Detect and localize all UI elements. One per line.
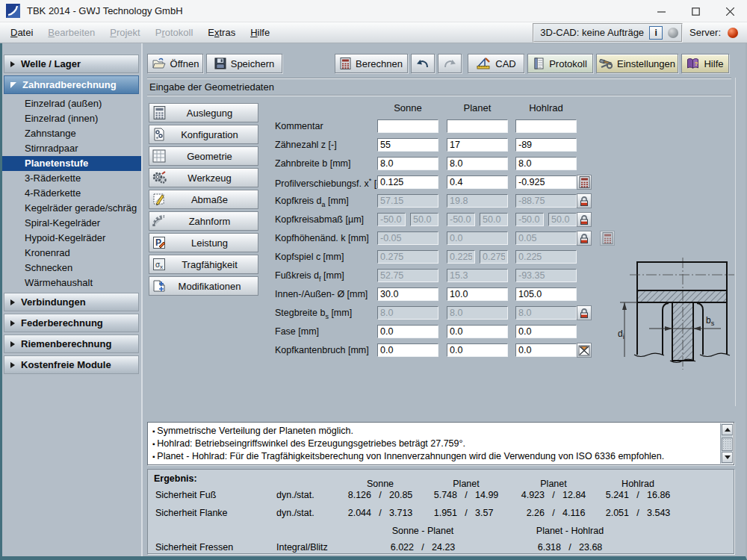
sidebar-item-stirnradpaar[interactable]: Stirnradpaar	[2, 141, 141, 156]
nav-abmase-button[interactable]: Abmaße	[149, 190, 258, 209]
undo-button[interactable]	[411, 54, 435, 73]
lock-button[interactable]	[577, 231, 592, 246]
field-kopfspiel-c-mm-planet-0	[447, 250, 475, 264]
sidebar-section-welle-lager[interactable]: Welle / Lager	[4, 55, 139, 73]
field-zahnezahl-z-sonne[interactable]	[377, 138, 438, 152]
field-zahnezahl-z-planet[interactable]	[447, 138, 508, 152]
gear-tooth-icon	[152, 214, 166, 228]
row-label-zahnbreite-b-mm: Zahnbreite b [mm]	[275, 158, 350, 169]
nav-geometrie-button[interactable]: Geometrie	[149, 146, 258, 166]
field-fase-mm-hohlrad[interactable]	[515, 325, 577, 338]
gear-cross-section-drawing: di bs	[616, 256, 742, 374]
calculator-button[interactable]	[577, 175, 592, 190]
chamfer-button[interactable]	[577, 343, 592, 358]
field-profilverschiebungsf-x-sonne[interactable]	[377, 175, 438, 189]
field-zahnezahl-z-hohlrad[interactable]	[515, 138, 577, 152]
field-kopfkantenbruch-mm-hohlrad[interactable]	[515, 343, 577, 357]
menu-item-datei[interactable]: Datei	[3, 26, 40, 39]
field-kopfkantenbruch-mm-planet[interactable]	[447, 343, 508, 357]
column-header-hohlrad: Hohlrad	[515, 102, 577, 113]
nav-zahnform-button[interactable]: Zahnform	[149, 211, 258, 231]
sidebar-item-kegelrader-gerade-schrag[interactable]: Kegelräder gerade/schräg	[2, 201, 141, 216]
calculator-icon	[579, 176, 590, 188]
protocol-button[interactable]: Protokoll	[527, 54, 593, 73]
field-profilverschiebungsf-x-planet[interactable]	[447, 175, 508, 189]
save-button[interactable]: Speichern	[206, 54, 282, 73]
folder-open-icon	[152, 57, 166, 69]
open-button[interactable]: Öffnen	[147, 54, 203, 73]
menu-item-bearbeiten: Bearbeiten	[40, 26, 102, 39]
field-stegbreite-b-sonne	[377, 306, 438, 320]
nav-tragfahigkeit-button[interactable]: σxTragfähigkeit	[149, 255, 258, 274]
results-pair-header: Sonne - Planet	[392, 526, 454, 536]
sidebar-item-4-raderkette[interactable]: 4-Räderkette	[2, 186, 141, 201]
nav-konfiguration-button[interactable]: Konfiguration	[149, 125, 258, 144]
sidebar-item-3-raderkette[interactable]: 3-Räderkette	[2, 171, 141, 186]
sidebar-item-hypoid-kegelrader[interactable]: Hypoid-Kegelräder	[2, 231, 141, 246]
scrollbar-down-button[interactable]	[722, 452, 733, 463]
field-kommentar-hohlrad[interactable]	[515, 119, 577, 133]
sidebar-item-zahnstange[interactable]: Zahnstange	[2, 126, 141, 141]
sidebar-section-federberechnung[interactable]: Federberechnung	[4, 314, 139, 332]
nav-leistung-button[interactable]: PLeistung	[149, 233, 258, 252]
server-led	[728, 28, 738, 38]
field-fuskreis-d-hohlrad	[515, 269, 577, 282]
field-zahnbreite-b-mm-hohlrad[interactable]	[515, 157, 577, 170]
power-icon: P	[152, 236, 166, 249]
field-zahnbreite-b-mm-sonne[interactable]	[377, 157, 438, 170]
minimize-button[interactable]	[644, 0, 678, 22]
sidebar-item-einzelrad-innen[interactable]: Einzelrad (innen)	[2, 111, 141, 126]
scrollbar-thumb[interactable]	[722, 438, 733, 451]
sidebar-section-riemenberechnung[interactable]: Riemenberechnung	[4, 335, 139, 353]
row-label-kopfspiel-c-mm: Kopfspiel c [mm]	[275, 252, 344, 262]
redo-icon	[442, 58, 457, 69]
sidebar-item-schnecken[interactable]: Schnecken	[2, 261, 141, 276]
menu-item-hilfe[interactable]: Hilfe	[243, 26, 277, 39]
menu-item-extras[interactable]: Extras	[200, 26, 243, 39]
row-label-kopfhohenand-k-mm: Kopfhöhenänd. k [mm]	[275, 233, 369, 243]
calculator-icon	[340, 57, 351, 69]
calculator-button	[600, 231, 615, 246]
nav-werkzeug-button[interactable]: Werkzeug	[149, 168, 258, 187]
settings-button[interactable]: Einstellungen	[596, 54, 678, 73]
field-fase-mm-sonne[interactable]	[377, 325, 438, 338]
field-kommentar-sonne[interactable]	[377, 119, 438, 133]
sidebar-item-einzelrad-ausen[interactable]: Einzelrad (außen)	[2, 96, 141, 111]
sidebar-section-verbindungen[interactable]: Verbindungen	[4, 293, 139, 311]
sidebar-section-label: Kostenfreie Module	[21, 359, 111, 370]
field-fase-mm-planet[interactable]	[447, 325, 508, 338]
button-label: Auslegung	[169, 108, 258, 119]
info-button[interactable]: i	[649, 26, 663, 40]
field-profilverschiebungsf-x-hohlrad[interactable]	[515, 175, 577, 189]
tools-icon	[599, 57, 613, 69]
field-innen-ausen-mm-hohlrad[interactable]	[515, 287, 577, 301]
sidebar-item-kronenrad[interactable]: Kronenrad	[2, 246, 141, 261]
sidebar-item-spiral-kegelrader[interactable]: Spiral-Kegelräder	[2, 216, 141, 231]
scrollbar-up-button[interactable]	[722, 424, 733, 435]
maximize-button[interactable]	[678, 0, 713, 22]
triangle-collapsed-icon	[10, 362, 15, 368]
sidebar-item-warmehaushalt[interactable]: Wärmehaushalt	[2, 276, 141, 290]
field-innen-ausen-mm-planet[interactable]	[447, 287, 508, 301]
close-button[interactable]	[713, 0, 747, 22]
sidebar-item-planetenstufe[interactable]: Planetenstufe	[2, 156, 141, 171]
field-fuskreis-d-planet	[447, 269, 508, 282]
field-kopfkantenbruch-mm-sonne[interactable]	[377, 343, 438, 357]
nav-auslegung-button[interactable]: Auslegung	[149, 103, 258, 122]
lock-button[interactable]	[577, 212, 592, 227]
field-zahnbreite-b-mm-planet[interactable]	[447, 157, 508, 170]
field-kommentar-planet[interactable]	[447, 119, 508, 133]
result-value-pair: 4.92312.84	[509, 490, 598, 500]
field-kopfkreis-d-hohlrad	[515, 194, 577, 208]
lock-button[interactable]	[577, 193, 592, 208]
help-button[interactable]: ?Hilfe	[681, 54, 729, 73]
lock-button[interactable]	[577, 305, 592, 320]
divider	[147, 95, 731, 96]
sidebar-section-zahnradberechnung[interactable]: Zahnradberechnung	[4, 75, 139, 94]
nav-modifikationen-button[interactable]: Modifikationen	[149, 276, 258, 296]
sidebar-section-kostenfreie-module[interactable]: Kostenfreie Module	[4, 355, 139, 374]
calculate-button[interactable]: Berechnen	[335, 54, 408, 73]
cad-button[interactable]: CAD	[468, 54, 524, 73]
message-line: Planet - Hohlrad: Für die Tragfähigkeits…	[152, 450, 717, 463]
field-innen-ausen-mm-sonne[interactable]	[377, 287, 438, 301]
